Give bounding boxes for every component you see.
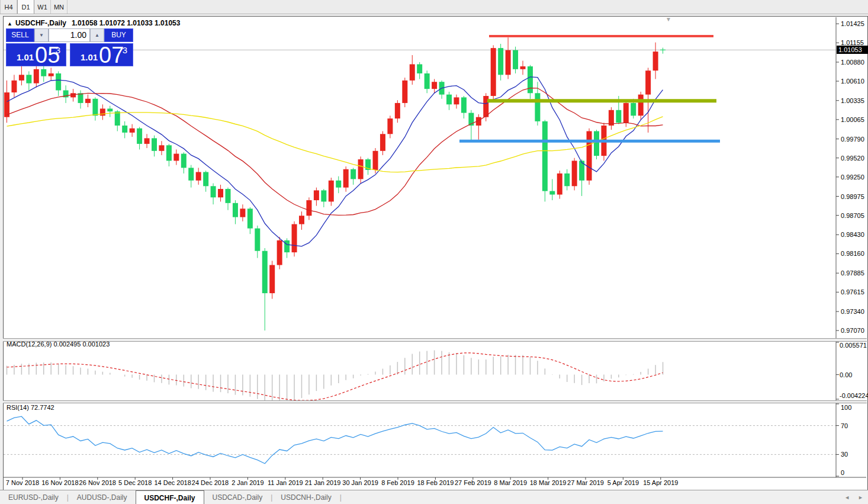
rsi-axis-label: 30 xyxy=(841,451,848,458)
tab-audusd-daily[interactable]: AUDUSD-,Daily xyxy=(69,490,136,504)
ohlc-values: 1.01058 1.01072 1.01033 1.01053 xyxy=(72,19,181,27)
symbol-name: USDCHF-,Daily xyxy=(15,19,66,27)
chart-tab-bar: EURUSD-,Daily | AUDUSD-,Daily USDCHF-,Da… xyxy=(0,490,868,504)
rsi-axis-label: 70 xyxy=(841,422,848,429)
sell-button[interactable]: SELL xyxy=(6,28,34,42)
chart-shift-icon[interactable]: ▼ xyxy=(666,16,671,23)
tab-eurusd-daily[interactable]: EURUSD-,Daily xyxy=(0,490,67,504)
date-axis-label: 30 Jan 2019 xyxy=(342,479,378,486)
price-axis-label: 1.00335 xyxy=(841,97,864,104)
tab-scroll-right-icon[interactable]: ► xyxy=(858,495,863,500)
ask-price-button[interactable]: 1.01 07 3 xyxy=(70,43,133,66)
tab-usdcnh-daily[interactable]: USDCNH-,Daily xyxy=(272,490,339,504)
tab-scroll-left-icon[interactable]: ◄ xyxy=(844,495,850,500)
price-axis-label: 0.99250 xyxy=(841,174,864,181)
date-axis-label: 21 Jan 2019 xyxy=(305,479,341,486)
date-axis-label: 8 Feb 2019 xyxy=(381,479,414,486)
date-axis-label: 14 Dec 2018 xyxy=(154,479,191,486)
date-axis-label: 15 Apr 2019 xyxy=(643,479,678,486)
date-axis-label: 18 Mar 2019 xyxy=(530,479,567,486)
ask-pips: 07 xyxy=(99,44,124,66)
volume-input[interactable]: 1.00 xyxy=(49,28,90,42)
bid-price-button[interactable]: 1.01 05 3 xyxy=(6,43,66,66)
date-axis-label: 18 Feb 2019 xyxy=(417,479,454,486)
price-axis-label: 1.00610 xyxy=(841,78,864,85)
price-axis-label: 0.98160 xyxy=(841,250,864,257)
price-axis-label: 1.01425 xyxy=(841,20,864,27)
ask-prefix: 1.01 xyxy=(81,52,98,62)
date-axis-label: 27 Feb 2019 xyxy=(455,479,491,486)
volume-decrease-button[interactable]: ▼ xyxy=(34,28,49,42)
rsi-axis-label: 100 xyxy=(841,404,851,411)
ask-point: 3 xyxy=(123,45,127,55)
date-axis-label: 11 Jan 2019 xyxy=(268,479,303,486)
buy-button[interactable]: BUY xyxy=(104,28,133,42)
chart-title: ▲USDCHF-,Daily1.01058 1.01072 1.01033 1.… xyxy=(7,19,180,27)
macd-axis-label: 0.005571 xyxy=(840,342,867,349)
rsi-axis-label: 0 xyxy=(841,469,844,476)
date-axis-label: 5 Apr 2019 xyxy=(607,479,639,486)
tab-separator: | xyxy=(340,490,342,504)
date-axis-label: 8 Mar 2019 xyxy=(494,479,527,486)
date-axis-label: 26 Nov 2018 xyxy=(79,479,116,486)
macd-indicator-label: MACD(12,26,9) 0.002495 0.001023 xyxy=(7,341,110,348)
price-axis-label: 0.97885 xyxy=(841,269,864,277)
price-axis-label: 0.98705 xyxy=(841,212,864,219)
price-axis-label: 0.98975 xyxy=(841,193,864,200)
date-axis-label: 27 Mar 2019 xyxy=(567,479,604,486)
price-axis-label: 0.97070 xyxy=(841,327,864,334)
price-axis-label: 1.00880 xyxy=(841,59,864,66)
pane-splitter-rsi[interactable] xyxy=(3,400,867,403)
chart-canvas[interactable] xyxy=(0,0,868,504)
price-axis-label: 0.98430 xyxy=(841,231,864,238)
price-axis-label: 0.99790 xyxy=(841,136,864,143)
rsi-indicator-label: RSI(14) 72.7742 xyxy=(7,404,54,411)
price-axis-label: 0.99520 xyxy=(841,155,864,162)
date-axis-label: 24 Dec 2018 xyxy=(192,479,229,486)
tab-usdchf-daily[interactable]: USDCHF-,Daily xyxy=(136,490,204,504)
price-axis-label: 0.97615 xyxy=(841,288,864,296)
bid-point: 3 xyxy=(56,45,60,55)
macd-axis-label: -0.004224 xyxy=(840,392,868,399)
bid-prefix: 1.01 xyxy=(17,52,34,62)
date-axis-label: 16 Nov 2018 xyxy=(41,479,78,486)
date-axis-label: 5 Dec 2018 xyxy=(118,479,152,486)
price-axis-label: 1.00065 xyxy=(841,116,864,123)
tab-scroll-controls: ◄ ► xyxy=(844,490,863,504)
current-price-tag: 1.01053 xyxy=(837,46,868,54)
collapse-arrow-icon[interactable]: ▲ xyxy=(7,21,12,27)
terminal-window: H4 D1 W1 MN ▲USDCHF-,Daily1.01058 1.0107… xyxy=(0,0,868,504)
date-axis-label: 7 Nov 2018 xyxy=(6,479,39,486)
macd-axis-label: 0.00 xyxy=(840,371,852,378)
price-axis-label: 0.97340 xyxy=(841,308,864,315)
date-axis-label: 2 Jan 2019 xyxy=(232,479,263,486)
pane-splitter-macd[interactable] xyxy=(3,338,867,342)
volume-increase-button[interactable]: ▲ xyxy=(90,28,104,42)
tab-usdcad-daily[interactable]: USDCAD-,Daily xyxy=(204,490,271,504)
